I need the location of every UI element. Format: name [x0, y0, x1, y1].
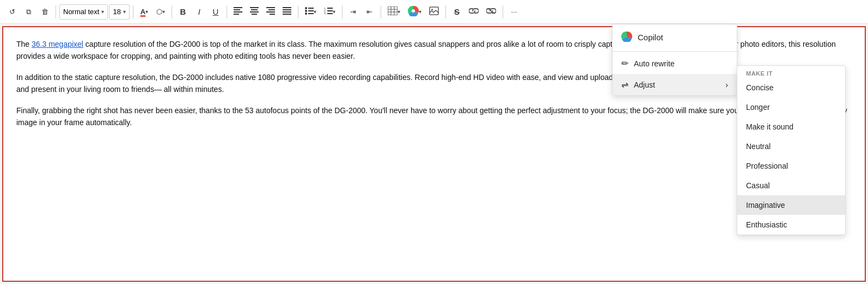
- separator-4: [227, 5, 227, 18]
- submenu-item-imaginative[interactable]: Imaginative: [737, 195, 845, 215]
- bullets-chevron: ▾: [314, 9, 316, 15]
- concise-label: Concise: [746, 83, 774, 92]
- strikethrough-button[interactable]: S: [449, 3, 464, 21]
- enthusiastic-label: Enthusiastic: [746, 220, 787, 229]
- align-left-button[interactable]: [230, 3, 246, 21]
- svg-rect-10: [266, 11, 275, 13]
- megapixel-link[interactable]: 36.3 megapixel: [32, 40, 83, 48]
- highlight-button[interactable]: ⬡ ▾: [153, 3, 168, 21]
- align-right-icon: [266, 7, 275, 16]
- table-chevron: ▾: [398, 9, 400, 15]
- unlink-button[interactable]: [483, 3, 499, 21]
- indent-button[interactable]: ⇥: [346, 3, 361, 21]
- copilot-menu-item[interactable]: Copilot: [613, 24, 737, 50]
- font-size-selector[interactable]: 18 ▾: [109, 4, 129, 20]
- copilot-label: Copilot: [638, 33, 663, 42]
- text-color-button[interactable]: A ▾: [137, 3, 152, 21]
- font-style-label: Normal text: [63, 8, 99, 16]
- link-button[interactable]: [466, 3, 482, 21]
- svg-rect-19: [308, 10, 314, 11]
- submenu-item-professional[interactable]: Professional: [737, 156, 845, 176]
- svg-rect-21: [308, 13, 314, 14]
- submenu-item-make-it-sound[interactable]: Make it sound: [737, 117, 845, 137]
- align-right-button[interactable]: [263, 3, 278, 21]
- undo-button[interactable]: ↺: [4, 3, 20, 21]
- bullets-icon: [305, 7, 314, 16]
- link-icon: [469, 7, 479, 16]
- text-color-chevron: ▾: [145, 9, 148, 15]
- svg-rect-1: [234, 9, 240, 10]
- copy-button[interactable]: ⧉: [21, 3, 36, 21]
- make-it-sound-label: Make it sound: [746, 122, 793, 131]
- toolbar: ↺ ⧉ 🗑 Normal text ▾ 18 ▾ A ▾ ⬡ ▾ B I U: [0, 0, 868, 24]
- outdent-icon: ⇤: [366, 8, 372, 16]
- copilot-icon: [621, 31, 632, 44]
- svg-rect-2: [234, 11, 242, 13]
- align-center-button[interactable]: [247, 3, 262, 21]
- font-style-selector[interactable]: Normal text ▾: [59, 4, 108, 20]
- color-wheel-icon: [408, 5, 419, 18]
- separator-8: [445, 5, 446, 18]
- delete-button[interactable]: 🗑: [37, 3, 52, 21]
- svg-rect-28: [388, 7, 398, 15]
- svg-text:3.: 3.: [324, 13, 326, 15]
- submenu-item-neutral[interactable]: Neutral: [737, 137, 845, 156]
- color-wheel-button[interactable]: ▾: [405, 3, 425, 21]
- image-icon: [429, 7, 439, 17]
- numbered-chevron: ▾: [333, 9, 335, 15]
- adjust-arrow: ›: [725, 81, 728, 89]
- paragraph-3: Finally, grabbing the right shot has nev…: [16, 104, 852, 129]
- align-justify-button[interactable]: [279, 3, 295, 21]
- svg-rect-13: [283, 9, 291, 10]
- bullets-button[interactable]: ▾: [302, 3, 320, 21]
- table-icon: [388, 7, 398, 17]
- italic-button[interactable]: I: [192, 3, 207, 21]
- font-style-chevron: ▾: [101, 9, 104, 15]
- svg-point-20: [305, 13, 307, 15]
- submenu-item-casual[interactable]: Casual: [737, 176, 845, 195]
- svg-rect-6: [250, 11, 259, 13]
- svg-rect-27: [327, 13, 333, 14]
- submenu-item-longer[interactable]: Longer: [737, 97, 845, 117]
- delete-icon: 🗑: [41, 8, 48, 16]
- color-chevron: ▾: [419, 9, 421, 15]
- svg-rect-7: [252, 14, 257, 15]
- content-wrapper: The 36.3 megapixel capture resolution of…: [0, 24, 868, 284]
- image-button[interactable]: [426, 3, 442, 21]
- table-button[interactable]: ▾: [384, 3, 404, 21]
- svg-rect-23: [327, 8, 333, 9]
- casual-label: Casual: [746, 181, 770, 190]
- copilot-divider: [613, 51, 737, 52]
- outdent-button[interactable]: ⇤: [362, 3, 377, 21]
- align-justify-icon: [283, 7, 291, 16]
- submenu-item-concise[interactable]: Concise: [737, 78, 845, 97]
- auto-rewrite-label: Auto rewrite: [634, 59, 675, 68]
- font-size-label: 18: [113, 8, 120, 16]
- imaginative-label: Imaginative: [746, 201, 785, 209]
- svg-point-34: [412, 9, 415, 13]
- underline-icon: U: [213, 7, 219, 16]
- professional-label: Professional: [746, 162, 788, 170]
- italic-icon: I: [198, 7, 200, 16]
- underline-button[interactable]: U: [208, 3, 223, 21]
- strikethrough-icon: S: [454, 7, 460, 16]
- more-button[interactable]: ···: [506, 3, 522, 21]
- svg-rect-4: [250, 7, 259, 8]
- separator-3: [172, 5, 172, 18]
- highlight-chevron: ▾: [162, 9, 165, 15]
- numbered-button[interactable]: 1.2.3. ▾: [321, 3, 339, 21]
- svg-rect-8: [266, 7, 275, 8]
- bold-icon: B: [180, 7, 186, 16]
- svg-point-36: [431, 9, 433, 10]
- submenu-item-enthusiastic[interactable]: Enthusiastic: [737, 215, 845, 234]
- svg-rect-12: [283, 7, 291, 8]
- svg-rect-5: [251, 9, 258, 10]
- longer-label: Longer: [746, 103, 770, 112]
- auto-rewrite-item[interactable]: ✏ Auto rewrite: [613, 53, 737, 74]
- adjust-item[interactable]: ⇌ Adjust ›: [613, 74, 737, 95]
- neutral-label: Neutral: [746, 142, 771, 151]
- separator-1: [56, 5, 56, 18]
- svg-rect-11: [270, 14, 275, 15]
- bold-button[interactable]: B: [175, 3, 191, 21]
- svg-point-18: [305, 10, 307, 12]
